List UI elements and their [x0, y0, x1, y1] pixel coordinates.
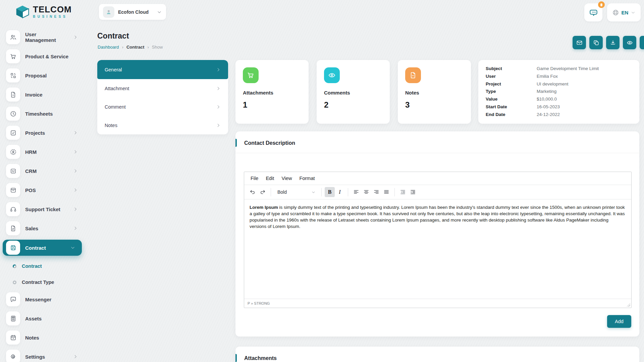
stat-label: Comments [324, 90, 382, 96]
toolbar-divider [271, 188, 271, 196]
messenger-chat-icon [6, 292, 20, 306]
editor-content[interactable]: Lorem Ipsum is simply dummy text of the … [244, 199, 631, 299]
header-actions [573, 36, 644, 49]
circle-icon [13, 264, 16, 268]
preview-button[interactable] [623, 36, 636, 49]
language-select[interactable]: EN [607, 3, 641, 21]
toolbar-divider [348, 188, 348, 196]
brand-name: TELCOM [33, 5, 72, 14]
stat-value: 3 [405, 100, 464, 110]
project-value: UI development [537, 80, 569, 88]
sidebar-item-messenger[interactable]: Messenger [0, 292, 85, 307]
align-right-button[interactable] [371, 187, 381, 197]
download-icon [610, 40, 616, 46]
italic-button[interactable]: I [335, 187, 345, 197]
tab-comment[interactable]: Comment [97, 98, 228, 116]
align-center-button[interactable] [361, 187, 371, 197]
subject-value: Game Development Time Limit [537, 65, 599, 73]
chevron-down-icon [70, 245, 75, 250]
contact-description-card: Contact Description File Edit View Forma… [235, 131, 639, 337]
sidebar-item-support-ticket[interactable]: Support Ticket [0, 201, 85, 217]
invoice-file-icon [6, 87, 20, 102]
edit-button[interactable] [640, 36, 644, 49]
sidebar-item-assets[interactable]: Assets [0, 311, 85, 326]
attachments-stat-card: Attachments 1 [235, 60, 309, 124]
redo-button[interactable] [258, 187, 268, 197]
sidebar-item-product-service[interactable]: Product & Service [0, 49, 85, 64]
menu-format[interactable]: Format [296, 174, 319, 183]
chevron-down-icon [311, 190, 316, 194]
add-button[interactable]: Add [607, 315, 631, 328]
sidebar-subitem-contract[interactable]: Contract [0, 259, 85, 273]
messages-button[interactable] [584, 3, 602, 21]
sidebar-item-user-management[interactable]: User Management [0, 29, 85, 45]
sidebar: User Management Product & Service Propos… [0, 24, 85, 362]
chevron-right-icon [73, 169, 78, 173]
undo-button[interactable] [248, 187, 258, 197]
brand-tagline: BUSINESS [33, 15, 72, 18]
menu-view[interactable]: View [278, 174, 296, 183]
align-justify-button[interactable] [381, 187, 391, 197]
rich-text-editor: File Edit View Format Bold B I [244, 172, 632, 308]
sales-file-icon [6, 221, 20, 235]
chevron-right-icon [73, 207, 78, 212]
stat-label: Notes [405, 90, 464, 96]
pos-box-icon [6, 183, 20, 197]
cart-icon [243, 67, 259, 83]
breadcrumb: Dashboard › Contract › Show [98, 45, 163, 50]
chevron-down-icon [157, 9, 162, 15]
circle-icon [13, 281, 16, 284]
outdent-button[interactable] [398, 187, 408, 197]
sidebar-item-crm[interactable]: CRM [0, 163, 85, 179]
indent-button[interactable] [408, 187, 418, 197]
notes-stat-card: Notes 3 [398, 60, 471, 124]
workspace-select[interactable]: Ecofon Cloud [99, 4, 166, 20]
sidebar-item-hrm[interactable]: HRM [0, 144, 85, 160]
value-value: $10,000.0 [537, 96, 557, 103]
tab-attachment[interactable]: Attachment [97, 79, 228, 98]
sidebar-item-timesheets[interactable]: Timesheets [0, 106, 85, 121]
sidebar-item-projects[interactable]: Projects [0, 125, 85, 140]
duplicate-button[interactable] [589, 36, 603, 49]
sidebar-item-notes[interactable]: Notes [0, 330, 85, 345]
avatar [103, 6, 114, 18]
send-mail-button[interactable] [573, 36, 586, 49]
crm-box-icon [6, 164, 20, 178]
headset-icon [6, 202, 20, 216]
globe-icon [612, 9, 619, 16]
cart-icon [6, 49, 20, 63]
eye-icon [324, 67, 340, 83]
bold-button[interactable]: B [325, 187, 335, 197]
sidebar-item-contract[interactable]: Contract [3, 240, 82, 256]
mail-icon [576, 40, 583, 46]
sidebar-item-proposal[interactable]: Proposal [0, 68, 85, 83]
stat-value: 2 [324, 100, 382, 110]
align-left-button[interactable] [351, 187, 361, 197]
page-title: Contract [97, 32, 129, 41]
language-value: EN [622, 10, 629, 15]
sidebar-item-pos[interactable]: POS [0, 182, 85, 198]
contract-save-icon [6, 241, 20, 255]
comments-stat-card: Comments 2 [317, 60, 390, 124]
chevron-right-icon [216, 67, 221, 72]
download-button[interactable] [606, 36, 620, 49]
tab-general[interactable]: General [97, 60, 228, 79]
format-select[interactable]: Bold [274, 187, 318, 197]
tab-notes[interactable]: Notes [97, 116, 228, 134]
users-icon [6, 30, 20, 44]
sidebar-item-invoice[interactable]: Invoice [0, 87, 85, 102]
sidebar-item-sales[interactable]: Sales [0, 221, 85, 236]
menu-file[interactable]: File [247, 174, 262, 183]
sidebar-subitem-contract-type[interactable]: Contract Type [0, 276, 85, 289]
breadcrumb-dashboard[interactable]: Dashboard [98, 45, 119, 50]
cube-logo-icon [15, 5, 30, 19]
breadcrumb-contract[interactable]: Contract [126, 45, 144, 50]
breadcrumb-show: Show [152, 45, 163, 50]
resize-handle[interactable] [627, 303, 630, 307]
sidebar-item-settings[interactable]: Settings [0, 349, 85, 362]
chevron-right-icon [73, 35, 78, 40]
menu-edit[interactable]: Edit [262, 174, 278, 183]
end-date-value: 24-12-2022 [537, 111, 560, 119]
stat-value: 1 [243, 100, 301, 110]
notification-badge [598, 1, 605, 8]
